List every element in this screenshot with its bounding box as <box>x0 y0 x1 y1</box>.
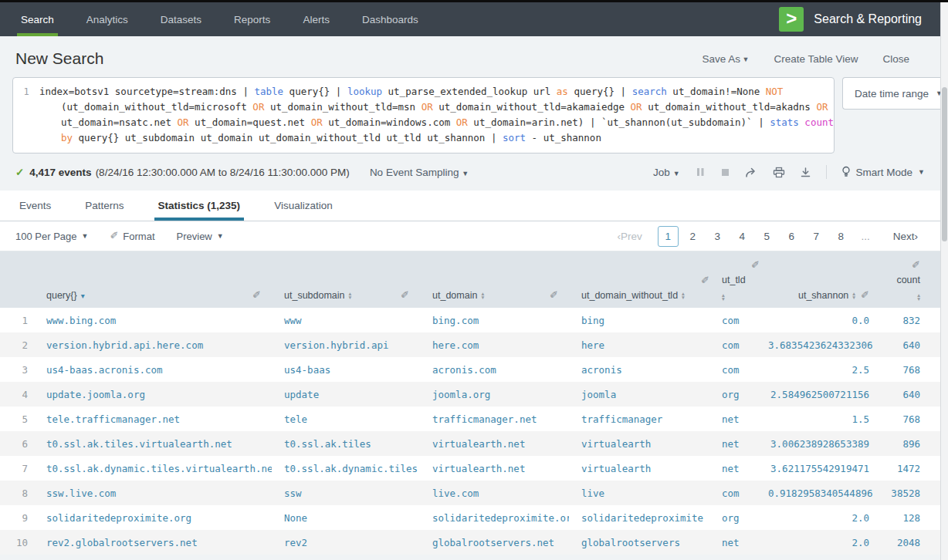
cell-ut-domain[interactable]: joomla.org <box>420 389 569 400</box>
cell-ut-tld[interactable]: net <box>709 438 768 450</box>
search-mode-dropdown[interactable]: Smart Mode ▼ <box>841 166 925 178</box>
cell-query[interactable]: www.bing.com <box>34 315 272 326</box>
cell-ut-shannon[interactable]: 2.5 <box>768 364 882 376</box>
cell-ut-subdomain[interactable]: www <box>272 315 420 326</box>
save-as-button[interactable]: Save As ▼ <box>702 53 749 65</box>
cell-ut-domain[interactable]: trafficmanager.net <box>420 413 569 425</box>
scrollbar-thumb[interactable] <box>942 87 947 241</box>
cell-ut-domain[interactable]: globalrootservers.net <box>420 537 569 548</box>
cell-ut-tld[interactable]: net <box>709 413 768 425</box>
search-query-input[interactable]: 1 index=botsv1 sourcetype=stream:dns | t… <box>12 77 835 153</box>
column-header-query[interactable]: query{}▾✐ <box>34 251 272 308</box>
cell-ut-shannon[interactable]: 2.0 <box>768 537 882 548</box>
cell-ut-shannon[interactable]: 3.6835423624332306 <box>768 339 882 351</box>
cell-ut-tld[interactable]: net <box>709 463 768 474</box>
cell-query[interactable]: ssw.live.com <box>34 487 272 499</box>
format-button[interactable]: ✐ Format <box>110 231 154 242</box>
cell-ut-tld[interactable]: com <box>709 315 768 326</box>
nav-item-analytics[interactable]: Analytics <box>83 2 132 36</box>
cell-ut-domain[interactable]: virtualearth.net <box>420 463 569 474</box>
cell-count[interactable]: 896 <box>882 438 933 450</box>
cell-ut-subdomain[interactable]: None <box>272 512 420 524</box>
cell-ut-subdomain[interactable]: us4-baas <box>272 364 420 376</box>
nav-item-search[interactable]: Search <box>17 2 58 36</box>
column-header-ut-domain-without-tld[interactable]: ✐ut_domain_without_tld▴▾ <box>569 251 709 308</box>
cell-ut-domain-without-tld[interactable]: virtualearth <box>569 438 709 450</box>
per-page-dropdown[interactable]: 100 Per Page ▼ <box>15 231 88 242</box>
cell-ut-shannon[interactable]: 3.621175542919471 <box>768 463 882 474</box>
cell-count[interactable]: 38528 <box>882 487 933 499</box>
cell-ut-tld[interactable]: org <box>709 512 768 524</box>
app-identity[interactable]: > Search & Reporting <box>779 2 948 36</box>
cell-ut-domain[interactable]: virtualearth.net <box>420 438 569 450</box>
share-job-button[interactable] <box>745 167 758 178</box>
cell-count[interactable]: 640 <box>882 339 933 351</box>
cell-ut-shannon[interactable]: 2.584962500721156 <box>768 389 882 400</box>
cell-query[interactable]: tele.trafficmanager.net <box>34 413 272 425</box>
column-header-ut-shannon[interactable]: ut_shannon▴▾✐ <box>768 251 882 308</box>
page-5-button[interactable]: 5 <box>757 226 777 247</box>
cell-ut-tld[interactable]: com <box>709 487 768 499</box>
tab-statistics-1-235[interactable]: Statistics (1,235) <box>154 191 245 221</box>
page-1-button[interactable]: 1 <box>658 226 679 247</box>
cell-ut-tld[interactable]: com <box>709 339 768 351</box>
cell-ut-subdomain[interactable]: rev2 <box>272 537 420 548</box>
cell-count[interactable]: 2048 <box>882 537 933 548</box>
create-table-view-button[interactable]: Create Table View <box>774 53 858 65</box>
cell-count[interactable]: 832 <box>882 315 933 326</box>
cell-ut-domain-without-tld[interactable]: here <box>569 339 709 351</box>
edit-column-icon[interactable]: ✐ <box>550 291 569 300</box>
nav-item-alerts[interactable]: Alerts <box>299 2 333 36</box>
cell-ut-subdomain[interactable]: update <box>272 389 420 400</box>
preview-dropdown[interactable]: Preview ▼ <box>177 231 224 242</box>
cell-ut-shannon[interactable]: 3.006238928653389 <box>768 438 882 450</box>
cell-ut-subdomain[interactable]: tele <box>272 413 420 425</box>
cell-query[interactable]: rev2.globalrootservers.net <box>34 537 272 548</box>
cell-ut-domain-without-tld[interactable]: acronis <box>569 364 709 376</box>
cell-query[interactable]: solidaritedeproximite.org <box>34 512 272 524</box>
cell-query[interactable]: t0.ssl.ak.dynamic.tiles.virtualearth.net <box>34 463 272 474</box>
cell-ut-domain[interactable]: solidaritedeproximite.org <box>420 512 569 524</box>
date-time-range-dropdown[interactable]: Date time range ▼ <box>842 77 948 110</box>
pause-job-button[interactable] <box>695 167 706 177</box>
edit-column-icon[interactable]: ✐ <box>861 291 869 300</box>
column-header-ut-domain[interactable]: ut_domain▴▾✐ <box>420 251 569 308</box>
page-8-button[interactable]: 8 <box>831 226 852 247</box>
query-text[interactable]: index=botsv1 sourcetype=stream:dns | tab… <box>39 84 834 147</box>
cell-ut-domain[interactable]: bing.com <box>420 315 569 326</box>
edit-column-icon[interactable]: ✐ <box>252 291 272 300</box>
cell-count[interactable]: 128 <box>882 512 933 524</box>
cell-ut-domain[interactable]: live.com <box>420 487 569 499</box>
next-page-button[interactable]: Next › <box>889 226 922 247</box>
column-header-count[interactable]: ✐count▴▾ <box>882 251 933 308</box>
cell-query[interactable]: update.joomla.org <box>34 389 272 400</box>
event-sampling-dropdown[interactable]: No Event Sampling ▼ <box>370 167 469 178</box>
column-header-ut-subdomain[interactable]: ut_subdomain▴▾✐ <box>272 251 420 308</box>
page-3-button[interactable]: 3 <box>707 226 728 247</box>
cell-ut-domain-without-tld[interactable]: joomla <box>569 389 709 400</box>
cell-ut-domain-without-tld[interactable]: solidaritedeproximite <box>569 512 709 524</box>
edit-column-icon[interactable]: ✐ <box>912 261 920 270</box>
tab-patterns[interactable]: Patterns <box>81 191 127 221</box>
cell-ut-subdomain[interactable]: version.hybrid.api <box>272 339 420 351</box>
cell-ut-domain-without-tld[interactable]: virtualearth <box>569 463 709 474</box>
cell-ut-tld[interactable]: net <box>709 537 768 548</box>
cell-query[interactable]: t0.ssl.ak.tiles.virtualearth.net <box>34 438 272 450</box>
cell-ut-shannon[interactable]: 0.0 <box>768 315 882 326</box>
cell-ut-domain-without-tld[interactable]: bing <box>569 315 709 326</box>
vertical-scrollbar[interactable] <box>940 2 948 560</box>
cell-ut-shannon[interactable]: 1.5 <box>768 413 882 425</box>
edit-column-icon[interactable]: ✐ <box>751 261 760 270</box>
cell-ut-subdomain[interactable]: t0.ssl.ak.dynamic.tiles <box>272 463 420 474</box>
tab-events[interactable]: Events <box>15 191 55 221</box>
cell-count[interactable]: 768 <box>882 364 933 376</box>
cell-ut-subdomain[interactable]: ssw <box>272 487 420 499</box>
cell-ut-domain-without-tld[interactable]: globalrootservers <box>569 537 709 548</box>
column-header-ut-tld[interactable]: ✐ut_tld▴▾ <box>709 251 768 308</box>
stop-job-button[interactable] <box>720 167 730 177</box>
cell-count[interactable]: 640 <box>882 389 933 400</box>
cell-ut-domain[interactable]: here.com <box>420 339 569 351</box>
nav-item-datasets[interactable]: Datasets <box>157 2 205 36</box>
page-7-button[interactable]: 7 <box>806 226 827 247</box>
nav-item-dashboards[interactable]: Dashboards <box>358 2 422 36</box>
